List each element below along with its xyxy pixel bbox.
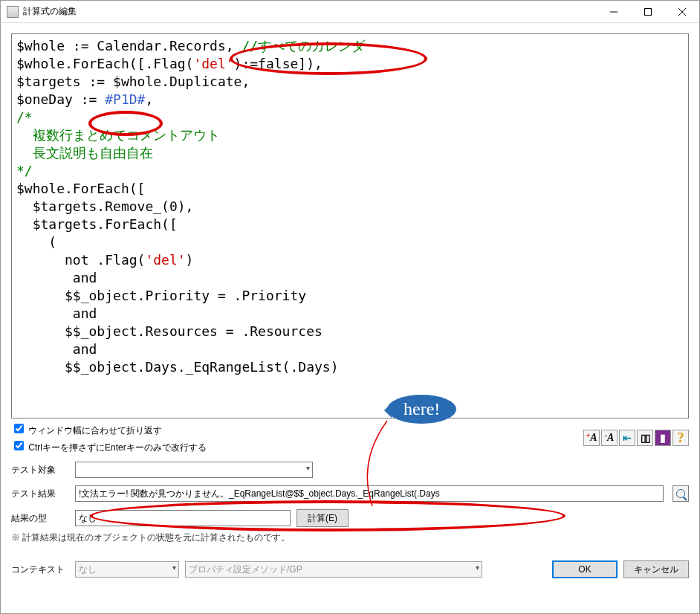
context-combo: なし — [75, 561, 179, 578]
font-decrease-button[interactable]: -A — [601, 430, 618, 446]
expression-editor[interactable]: $whole := Calendar.Records, //すべてのカレンダー … — [11, 33, 689, 419]
indent-button[interactable]: ⇤ — [619, 430, 635, 446]
code-text: $whole.ForEach([.Flag( — [16, 56, 193, 71]
code-comment: 複数行まとめてコメントアウト — [16, 127, 220, 143]
result-type-row: 結果の型 計算(E) — [11, 509, 689, 527]
code-comment: //すべてのカレンダー — [242, 38, 378, 54]
ok-button[interactable]: OK — [552, 560, 618, 578]
compute-button[interactable]: 計算(E) — [296, 509, 349, 527]
code-comment: /* — [16, 109, 33, 125]
enter-label: Ctrlキーを押さずにEnterキーのみで改行する — [28, 442, 206, 453]
code-comment: */ — [16, 163, 33, 178]
code-text: $oneDay := — [16, 91, 105, 107]
cancel-button[interactable]: キャンセル — [623, 560, 689, 578]
code-text: and — [16, 306, 97, 321]
help-button[interactable]: ? — [673, 430, 689, 446]
code-string: 'del' — [145, 252, 185, 268]
maximize-icon — [644, 8, 652, 16]
titlebar: 計算式の編集 — [1, 1, 699, 23]
search-icon — [676, 489, 685, 498]
code-text: $targets := $whole.Duplicate, — [16, 74, 250, 89]
code-text: $whole.ForEach([ — [16, 181, 145, 196]
code-text: $targets.ForEach([ — [16, 216, 178, 232]
book-button[interactable]: ▮ — [655, 430, 671, 446]
enter-checkbox[interactable]: Ctrlキーを押さずにEnterキーのみで改行する — [11, 439, 207, 454]
minimize-icon — [610, 8, 618, 16]
code-text: ) — [186, 252, 194, 268]
window-title: 計算式の編集 — [23, 5, 77, 18]
minimize-button[interactable] — [597, 1, 631, 23]
context-path-combo: プロパティ設定メソッド/GP — [185, 561, 482, 578]
svg-rect-1 — [645, 8, 652, 15]
code-text: ( — [16, 234, 56, 250]
font-increase-button[interactable]: +A — [583, 430, 600, 446]
close-icon — [678, 8, 686, 16]
code-comment: 長文説明も自由自在 — [16, 145, 153, 161]
code-text: and — [16, 270, 97, 285]
editor-toolbar: +A -A ⇤ ▯▯ ▮ ? — [583, 430, 689, 446]
calc-note: ※ 計算結果は現在のオブジェクトの状態を元に計算されたものです。 — [11, 531, 689, 544]
window: 計算式の編集 $whole := Calendar.Records, //すべて… — [0, 0, 700, 614]
code-text: and — [16, 341, 97, 357]
test-result-field[interactable] — [75, 485, 664, 502]
close-button[interactable] — [665, 1, 699, 23]
context-label: コンテキスト — [11, 563, 69, 576]
test-target-row: テスト対象 — [11, 462, 689, 478]
code-string: 'del' — [193, 56, 233, 71]
result-type-label: 結果の型 — [11, 512, 69, 525]
code-text: not .Flag( — [16, 252, 145, 268]
test-target-combo[interactable] — [75, 462, 313, 478]
app-icon — [7, 6, 19, 18]
test-result-row: テスト結果 — [11, 485, 689, 502]
code-text: $$_object.Days._EqRangeList(.Days) — [16, 359, 338, 375]
code-text: , — [145, 91, 153, 107]
wrap-label: ウィンドウ幅に合わせて折り返す — [28, 425, 162, 436]
code-text: $$_object.Resources = .Resources — [16, 323, 323, 339]
code-text: $$_object.Priority = .Priority — [16, 288, 306, 303]
enter-checkbox-input[interactable] — [14, 441, 24, 450]
test-target-label: テスト対象 — [11, 464, 69, 476]
search-result-button[interactable] — [673, 485, 689, 502]
wrap-checkbox-input[interactable] — [14, 424, 24, 433]
result-type-field[interactable] — [75, 510, 291, 526]
maximize-button[interactable] — [631, 1, 665, 23]
content-area: $whole := Calendar.Records, //すべてのカレンダー … — [1, 23, 699, 613]
test-result-label: テスト結果 — [11, 488, 69, 500]
code-literal: #P1D# — [105, 91, 145, 107]
options-row: ウィンドウ幅に合わせて折り返す Ctrlキーを押さずにEnterキーのみで改行す… — [11, 421, 689, 454]
code-text: $whole := Calendar.Records, — [16, 38, 242, 54]
columns-button[interactable]: ▯▯ — [637, 430, 653, 446]
bottom-row: コンテキスト なし プロパティ設定メソッド/GP OK キャンセル — [11, 560, 689, 578]
code-text: ):=false]), — [234, 56, 323, 71]
wrap-checkbox[interactable]: ウィンドウ幅に合わせて折り返す — [11, 421, 207, 437]
code-text: $targets.Remove_(0), — [16, 198, 193, 214]
